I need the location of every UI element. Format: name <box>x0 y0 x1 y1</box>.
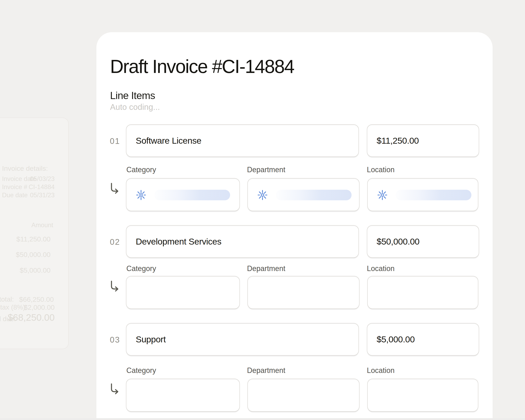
ghost-amount-header: Amount <box>31 222 53 229</box>
department-field-loading[interactable] <box>247 178 359 211</box>
ghost-amount: $5,000.00 <box>20 266 51 274</box>
ghost-field-value: CI-14884 <box>28 183 55 191</box>
ghost-field-value: 05/31/23 <box>30 192 55 199</box>
department-field[interactable] <box>247 379 359 412</box>
description-input[interactable]: Software License <box>126 124 359 157</box>
line-item-number: 02 <box>110 237 124 247</box>
description-input[interactable]: Development Services <box>126 225 359 258</box>
location-field[interactable] <box>367 276 478 309</box>
amount-value: $11,250.00 <box>367 136 419 146</box>
amount-input[interactable]: $50,000.00 <box>367 225 479 258</box>
ghost-subtotal-value: $66,250.00 <box>19 296 54 303</box>
ghost-invoice-preview: Invoice details: Invoice date 05/03/23 I… <box>0 118 69 349</box>
description-input[interactable]: Support <box>126 323 359 356</box>
ghost-tax-value: $2,000.00 <box>24 303 55 311</box>
ghost-amount: $50,000.00 <box>16 251 51 259</box>
loading-shimmer <box>276 190 352 200</box>
department-label: Department <box>247 366 285 375</box>
department-label: Department <box>247 264 285 273</box>
return-arrow-icon <box>109 280 121 292</box>
ghost-details-title: Invoice details: <box>2 164 48 172</box>
category-label: Category <box>126 264 156 273</box>
category-label: Category <box>126 166 156 174</box>
location-label: Location <box>367 366 394 375</box>
location-label: Location <box>367 264 394 273</box>
department-label: Department <box>247 166 285 174</box>
amount-value: $50,000.00 <box>367 237 419 247</box>
sparkle-icon <box>257 190 268 200</box>
auto-coding-status: Auto coding... <box>110 103 160 112</box>
draft-invoice-card: Draft Invoice #CI-14884 Line Items Auto … <box>96 32 493 420</box>
return-arrow-icon <box>109 383 121 394</box>
department-field[interactable] <box>247 276 359 309</box>
next-section-edge <box>0 418 525 420</box>
ghost-subtotal-label: Subtotal: <box>0 296 14 303</box>
category-label: Category <box>126 366 156 375</box>
amount-input[interactable]: $11,250.00 <box>367 124 479 157</box>
category-field[interactable] <box>126 276 240 309</box>
page-title: Draft Invoice #CI-14884 <box>110 57 294 76</box>
sparkle-icon <box>136 190 146 200</box>
location-label: Location <box>367 166 394 174</box>
description-value: Software License <box>126 136 201 146</box>
ghost-field-label: Invoice # <box>2 183 27 191</box>
loading-shimmer <box>154 190 230 200</box>
category-field-loading[interactable] <box>126 178 240 211</box>
description-value: Development Services <box>126 237 221 247</box>
amount-value: $5,000.00 <box>367 334 415 344</box>
ghost-field-label: Due date <box>2 192 28 199</box>
ghost-amount: $11,250.00 <box>16 235 51 243</box>
ghost-total-due-value: $68,250.00 <box>8 312 55 323</box>
sparkle-icon <box>377 190 387 200</box>
loading-shimmer <box>396 190 471 200</box>
line-items-heading: Line Items <box>110 90 155 102</box>
description-value: Support <box>126 334 166 344</box>
return-arrow-icon <box>109 183 121 194</box>
ghost-tax-label: Sales tax (8%): <box>0 303 27 311</box>
ghost-field-value: 05/03/23 <box>30 175 55 183</box>
amount-input[interactable]: $5,000.00 <box>367 323 479 356</box>
category-field[interactable] <box>126 379 240 412</box>
line-item-number: 01 <box>110 137 124 146</box>
line-item-number: 03 <box>110 335 124 344</box>
location-field[interactable] <box>367 379 478 412</box>
location-field-loading[interactable] <box>367 178 478 211</box>
